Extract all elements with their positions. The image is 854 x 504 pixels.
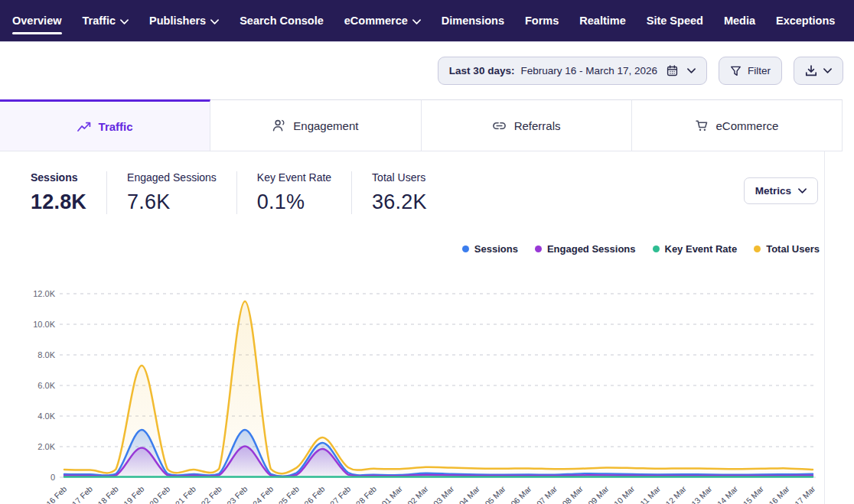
tab-label: eCommerce: [716, 119, 779, 132]
traffic-over-time-chart[interactable]: 02.0K4.0K6.0K8.0K10.0K12.0K16 Feb17 Feb1…: [20, 280, 825, 504]
traffic-report-card: Sessions12.8KEngaged Sessions7.6KKey Eve…: [0, 151, 825, 504]
cart-icon: [696, 120, 709, 132]
nav-item-forms[interactable]: Forms: [525, 15, 559, 27]
x-axis-label: 12 Mar: [663, 484, 688, 504]
nav-item-label: Site Speed: [647, 15, 703, 27]
x-axis-label: 23 Feb: [225, 484, 249, 504]
nav-item-label: Overview: [12, 15, 62, 27]
x-axis-label: 16 Mar: [767, 484, 791, 504]
legend-label: Engaged Sessions: [547, 243, 636, 255]
metric-summary-list: Sessions12.8KEngaged Sessions7.6KKey Eve…: [31, 171, 447, 214]
legend-label: Sessions: [474, 243, 518, 255]
metric-sessions[interactable]: Sessions12.8K: [31, 171, 106, 214]
filter-button-label: Filter: [748, 65, 771, 76]
nav-item-overview[interactable]: Overview: [12, 15, 62, 27]
chevron-down-icon: [823, 68, 832, 73]
nav-item-label: Search Console: [240, 15, 324, 27]
legend-item-key-event-rate[interactable]: Key Event Rate: [653, 243, 738, 255]
x-axis-label: 14 Mar: [715, 484, 740, 504]
x-axis-label: 21 Feb: [173, 484, 197, 504]
legend-dot: [535, 245, 542, 252]
metrics-dropdown-button[interactable]: Metrics: [744, 177, 818, 204]
legend-label: Key Event Rate: [665, 243, 738, 255]
metric-key-event-rate[interactable]: Key Event Rate0.1%: [236, 171, 351, 214]
x-axis-label: 01 Mar: [380, 484, 404, 504]
legend-item-sessions[interactable]: Sessions: [462, 243, 518, 255]
legend-item-engaged-sessions[interactable]: Engaged Sessions: [535, 243, 636, 255]
nav-item-label: Traffic: [83, 15, 116, 27]
top-nav: OverviewTrafficPublishersSearch Consolee…: [0, 0, 854, 42]
x-axis-label: 15 Mar: [741, 484, 765, 504]
chevron-down-icon: [687, 68, 696, 73]
legend-dot: [754, 245, 761, 252]
date-range-value: February 16 - March 17, 2026: [520, 65, 657, 76]
nav-item-exceptions[interactable]: Exceptions: [776, 15, 835, 27]
nav-item-label: Exceptions: [776, 15, 835, 27]
filter-button[interactable]: Filter: [719, 57, 782, 85]
nav-item-label: Forms: [525, 15, 559, 27]
x-axis-label: 16 Feb: [44, 484, 69, 504]
nav-item-ecommerce[interactable]: eCommerce: [344, 15, 421, 27]
metric-label: Engaged Sessions: [127, 171, 217, 184]
y-axis-label: 4.0K: [37, 411, 55, 421]
y-axis-label: 10.0K: [33, 320, 55, 329]
metrics-dropdown-label: Metrics: [755, 185, 791, 197]
date-range-button[interactable]: Last 30 days: February 16 - March 17, 20…: [438, 57, 707, 85]
nav-item-search-console[interactable]: Search Console: [240, 15, 324, 27]
tab-engagement[interactable]: Engagement: [210, 99, 421, 151]
x-axis-label: 03 Mar: [432, 484, 456, 504]
metric-label: Key Event Rate: [257, 171, 331, 184]
metric-value: 7.6K: [127, 190, 217, 214]
x-axis-label: 18 Feb: [96, 484, 120, 504]
metric-total-users[interactable]: Total Users36.2K: [351, 171, 447, 214]
trend-up-icon: [77, 122, 91, 132]
nav-item-label: Media: [724, 15, 755, 27]
person-icon: [272, 119, 285, 132]
download-button[interactable]: [794, 57, 843, 85]
nav-item-dimensions[interactable]: Dimensions: [442, 15, 504, 27]
metric-engaged-sessions[interactable]: Engaged Sessions7.6K: [106, 171, 236, 214]
metric-value: 0.1%: [257, 190, 331, 214]
x-axis-label: 07 Mar: [535, 484, 559, 504]
x-axis-label: 17 Feb: [70, 484, 95, 504]
x-axis-label: 19 Feb: [122, 484, 146, 504]
series-area-total-users: [64, 301, 813, 477]
legend-label: Total Users: [766, 243, 820, 255]
link-icon: [492, 122, 507, 130]
x-axis-label: 24 Feb: [251, 484, 275, 504]
toolbar: Last 30 days: February 16 - March 17, 20…: [0, 42, 854, 99]
y-axis-label: 8.0K: [37, 350, 55, 359]
legend-item-total-users[interactable]: Total Users: [754, 243, 820, 255]
x-axis-label: 25 Feb: [276, 484, 301, 504]
x-axis-label: 06 Mar: [509, 484, 533, 504]
metric-value: 36.2K: [372, 190, 427, 214]
tab-label: Engagement: [293, 119, 358, 132]
tab-traffic[interactable]: Traffic: [0, 99, 210, 151]
x-axis-label: 02 Mar: [406, 484, 430, 504]
nav-item-realtime[interactable]: Realtime: [579, 15, 625, 27]
x-axis-label: 22 Feb: [199, 484, 223, 504]
y-axis-label: 12.0K: [33, 289, 55, 298]
nav-item-traffic[interactable]: Traffic: [83, 15, 129, 27]
y-axis-label: 0: [51, 473, 55, 482]
chevron-down-icon: [412, 19, 421, 24]
nav-item-label: Dimensions: [442, 15, 504, 27]
nav-item-media[interactable]: Media: [724, 15, 755, 27]
x-axis-label: 20 Feb: [148, 484, 172, 504]
metrics-row: Sessions12.8KEngaged Sessions7.6KKey Eve…: [0, 151, 824, 214]
x-axis-label: 04 Mar: [457, 484, 481, 504]
nav-item-label: Realtime: [579, 15, 625, 27]
tab-referrals[interactable]: Referrals: [422, 99, 632, 151]
legend-dot: [653, 245, 660, 252]
tab-label: Traffic: [99, 120, 133, 133]
metric-label: Total Users: [372, 171, 427, 184]
nav-item-label: eCommerce: [344, 15, 408, 27]
y-axis-label: 2.0K: [37, 442, 55, 451]
metric-label: Sessions: [31, 171, 86, 184]
nav-item-site-speed[interactable]: Site Speed: [647, 15, 703, 27]
metric-value: 12.8K: [31, 190, 86, 214]
nav-item-publishers[interactable]: Publishers: [149, 15, 219, 27]
x-axis-label: 05 Mar: [483, 484, 507, 504]
x-axis-label: 28 Feb: [354, 484, 378, 504]
tab-ecommerce[interactable]: eCommerce: [632, 99, 843, 151]
